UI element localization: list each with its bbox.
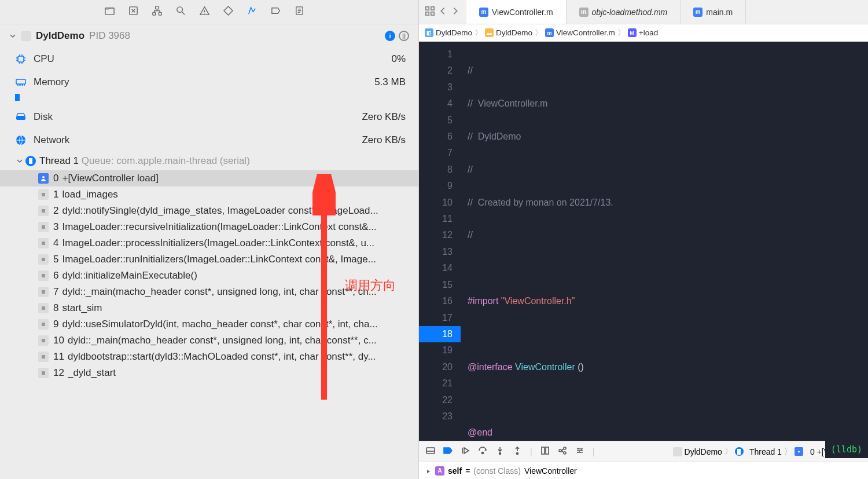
code-lines[interactable]: // // ViewController.m // DyldDemo // //…	[461, 42, 868, 441]
forward-icon[interactable]	[450, 6, 461, 19]
frame-symbol: ImageLoader::processInitializers(ImageLo…	[62, 237, 374, 249]
disk-row[interactable]: Disk Zero KB/s	[0, 105, 418, 129]
memory-row[interactable]: Memory 5.3 MB	[0, 71, 418, 94]
system-frame-icon	[38, 319, 49, 330]
stack-frame[interactable]: 12_dyld_start	[0, 365, 418, 381]
current-line-indicator: 18	[419, 326, 461, 342]
frame-symbol: load_images	[62, 189, 117, 200]
stack-frame[interactable]: 8start_sim	[0, 300, 418, 316]
tab-loadmethod[interactable]: m objc-loadmethod.mm	[567, 0, 681, 24]
system-frame-icon	[38, 270, 49, 281]
folder-icon[interactable]	[104, 5, 115, 19]
objc-mm-icon: m	[579, 8, 589, 17]
tab-viewcontroller[interactable]: m ViewController.m	[466, 0, 567, 24]
step-into-icon[interactable]	[495, 446, 505, 457]
frame-number: 7	[53, 286, 58, 298]
report-icon[interactable]	[294, 5, 305, 19]
cpu-row[interactable]: CPU 0%	[0, 47, 418, 71]
svg-rect-15	[42, 242, 45, 245]
process-header[interactable]: DyldDemo PID 3968 i ||	[0, 24, 418, 47]
svg-point-37	[559, 449, 561, 452]
dbg-thread[interactable]: Thread 1	[749, 447, 782, 456]
bc-project[interactable]: DyldDemo	[436, 28, 472, 37]
stack-frame[interactable]: 4ImageLoader::processInitializers(ImageL…	[0, 235, 418, 251]
stack-frame[interactable]: 11dyldbootstrap::start(dyld3::MachOLoade…	[0, 349, 418, 365]
stack-frame[interactable]: 2dyld::notifySingle(dyld_image_states, I…	[0, 203, 418, 219]
frame-number: 9	[53, 319, 58, 330]
view-debug-icon[interactable]	[540, 446, 550, 457]
stack-frame[interactable]: 3ImageLoader::recursiveInitialization(Im…	[0, 219, 418, 235]
app-icon	[21, 31, 31, 41]
x-box-icon[interactable]	[128, 5, 139, 19]
continue-icon[interactable]	[461, 446, 470, 457]
memory-label: Memory	[34, 76, 69, 88]
stack-frame[interactable]: 9dyld::useSimulatorDyld(int, macho_heade…	[0, 316, 418, 332]
warning-icon[interactable]	[199, 5, 210, 19]
svg-rect-8	[16, 79, 25, 84]
var-value: ViewController	[524, 466, 577, 476]
breakpoints-icon[interactable]	[443, 446, 453, 457]
tag-icon[interactable]	[223, 5, 234, 19]
arrow-label: 调用方向	[345, 277, 396, 294]
stack-frame[interactable]: 0+[ViewController load]	[0, 170, 418, 187]
disk-value: Zero KB/s	[362, 111, 406, 123]
svg-point-33	[499, 453, 501, 455]
tab-main[interactable]: m main.m	[681, 0, 746, 24]
svg-point-32	[482, 452, 484, 454]
svg-rect-16	[42, 258, 45, 261]
svg-rect-30	[426, 448, 435, 454]
svg-rect-26	[426, 6, 429, 9]
lldb-prompt[interactable]: (lldb)	[825, 441, 868, 458]
memory-graph-icon[interactable]	[558, 446, 567, 457]
bc-folder[interactable]: DyldDemo	[496, 28, 532, 37]
back-icon[interactable]	[437, 6, 448, 19]
thread-row[interactable]: Thread 1 Queue: com.apple.main-thread (s…	[0, 152, 418, 170]
thread-icon	[735, 447, 744, 456]
line-gutter[interactable]: 1234567891011121314151617181920212223	[419, 42, 461, 441]
hide-debugger-icon[interactable]	[426, 446, 435, 457]
chevron-right-icon: 〉	[617, 28, 626, 38]
stack-frame[interactable]: 1load_images	[0, 187, 418, 203]
frame-number: 2	[53, 205, 58, 217]
svg-point-39	[564, 452, 566, 454]
stack-frame[interactable]: 10dyld::_main(macho_header const*, unsig…	[0, 332, 418, 349]
frame-number: 0	[53, 173, 58, 184]
memory-icon	[15, 76, 28, 88]
disclosure-icon	[426, 468, 432, 474]
dbg-app[interactable]: DyldDemo	[685, 447, 722, 456]
bc-file[interactable]: ViewController.m	[556, 28, 615, 37]
network-row[interactable]: Network Zero KB/s	[0, 129, 418, 152]
related-items-icon[interactable]	[425, 6, 435, 19]
code-editor[interactable]: 1234567891011121314151617181920212223 //…	[419, 42, 868, 441]
svg-rect-28	[426, 12, 429, 14]
thread-queue: Queue: com.apple.main-thread (serial)	[82, 155, 250, 167]
system-frame-icon	[38, 222, 49, 232]
chevron-right-icon: 〉	[475, 28, 483, 38]
env-overrides-icon[interactable]	[575, 446, 584, 457]
frame-number: 12	[53, 367, 64, 379]
debug-navigator: DyldDemo PID 3968 i || CPU 0% Memory 5.3…	[0, 0, 419, 479]
stack-frame[interactable]: 5ImageLoader::runInitializers(ImageLoade…	[0, 251, 418, 268]
var-name: self	[448, 466, 462, 476]
pause-badge[interactable]: ||	[399, 31, 409, 41]
hierarchy-icon[interactable]	[152, 5, 163, 19]
svg-rect-29	[431, 12, 434, 14]
system-frame-icon	[38, 335, 49, 346]
variables-bar[interactable]: A self = (const Class) ViewController	[419, 462, 868, 479]
debug-icon[interactable]	[247, 5, 258, 19]
frame-number: 6	[53, 270, 58, 281]
bc-method[interactable]: +load	[639, 28, 658, 37]
breakpoint-icon[interactable]	[270, 5, 281, 19]
network-icon	[15, 134, 28, 146]
system-frame-icon	[38, 352, 49, 362]
breadcrumb[interactable]: ◧ DyldDemo 〉 ▬ DyldDemo 〉 m ViewControll…	[419, 24, 868, 42]
svg-rect-12	[42, 193, 45, 196]
info-badge[interactable]: i	[385, 31, 395, 41]
arg-icon: A	[435, 466, 444, 476]
folder-icon: ▬	[485, 28, 494, 37]
navigator-toolbar	[0, 0, 418, 24]
search-icon[interactable]	[175, 5, 186, 19]
step-over-icon[interactable]	[478, 446, 487, 457]
disclosure-icon	[9, 32, 16, 39]
step-out-icon[interactable]	[513, 446, 522, 457]
